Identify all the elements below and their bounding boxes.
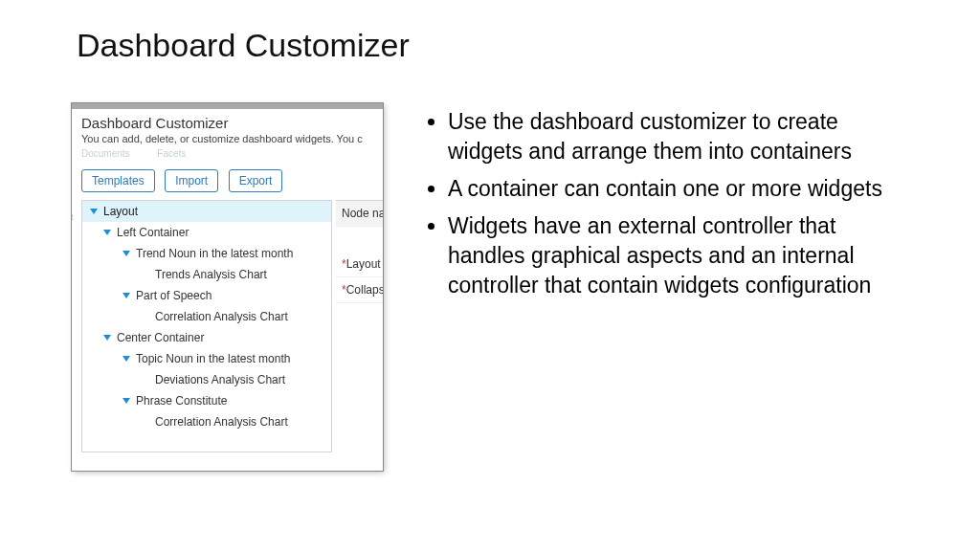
tree-label: Trends Analysis Chart	[155, 268, 267, 281]
tree-label: Center Container	[117, 331, 204, 344]
ghost-tab-documents: Documents	[81, 148, 130, 159]
slide: Dashboard Customizer Use the dashboard c…	[0, 0, 980, 551]
property-row-collapse[interactable]: *Collaps	[336, 277, 383, 303]
tree-node-chart[interactable]: Correlation Analysis Chart	[82, 411, 331, 432]
bullet-item: Use the dashboard customizer to create w…	[448, 107, 919, 166]
caret-down-icon	[103, 230, 111, 235]
import-button[interactable]: Import	[165, 169, 218, 192]
caret-down-icon	[90, 209, 98, 214]
property-row-node-name[interactable]: Node na	[336, 201, 383, 227]
tree-label: Correlation Analysis Chart	[155, 415, 288, 429]
tree-label: Deviations Analysis Chart	[155, 373, 285, 386]
tree-root-layout[interactable]: Layout	[82, 201, 331, 222]
tree-label: Phrase Constitute	[136, 394, 227, 408]
tree-label: Topic Noun in the latest month	[136, 352, 290, 365]
tree-label: Left Container	[117, 226, 189, 239]
templates-button[interactable]: Templates	[81, 169, 155, 192]
tree-label: Layout	[103, 205, 138, 218]
tree-node-widget[interactable]: Part of Speech	[82, 285, 331, 306]
panel-subtitle: You can add, delete, or customize dashbo…	[81, 133, 373, 144]
slide-title: Dashboard Customizer	[77, 27, 410, 64]
dashboard-customizer-screenshot: nt Dashboard Customizer You can add, del…	[72, 103, 383, 471]
tree-label: Part of Speech	[136, 289, 212, 302]
tree-label: Trend Noun in the latest month	[136, 247, 293, 260]
caret-down-icon	[122, 398, 130, 404]
layout-tree[interactable]: Layout Left Container Trend Noun in the …	[81, 200, 332, 452]
tree-node-widget[interactable]: Trend Noun in the latest month	[82, 243, 331, 264]
property-label: Node na	[342, 207, 383, 220]
tree-node-chart[interactable]: Deviations Analysis Chart	[82, 369, 331, 390]
panel-body: Layout Left Container Trend Noun in the …	[72, 200, 383, 471]
panel-header: Dashboard Customizer You can add, delete…	[72, 109, 383, 164]
tree-node-chart[interactable]: Correlation Analysis Chart	[82, 306, 331, 327]
background-tabs: Documents Facets	[81, 148, 373, 162]
caret-down-icon	[103, 335, 111, 341]
toolbar: Templates Import Export	[72, 164, 383, 200]
caret-down-icon	[122, 251, 130, 256]
caret-down-icon	[122, 293, 130, 298]
bullet-item: A container can contain one or more widg…	[448, 174, 919, 204]
tree-node-widget[interactable]: Topic Noun in the latest month	[82, 348, 331, 369]
panel-title: Dashboard Customizer	[81, 115, 373, 131]
property-row-layout[interactable]: *Layout	[336, 252, 383, 277]
ghost-tab-facets: Facets	[157, 148, 186, 159]
tree-node-widget[interactable]: Phrase Constitute	[82, 390, 331, 411]
tree-node-center-container[interactable]: Center Container	[82, 327, 331, 348]
property-label: Collaps	[346, 283, 383, 297]
export-button[interactable]: Export	[229, 169, 283, 192]
bullet-item: Widgets have an external controller that…	[448, 211, 919, 300]
properties-panel: Node na *Layout *Collaps	[336, 200, 383, 303]
tree-node-chart[interactable]: Trends Analysis Chart	[82, 264, 331, 285]
slide-bullets: Use the dashboard customizer to create w…	[421, 107, 919, 308]
tree-node-left-container[interactable]: Left Container	[82, 222, 331, 243]
tree-label: Correlation Analysis Chart	[155, 310, 288, 323]
caret-down-icon	[122, 356, 130, 362]
property-label: Layout	[346, 257, 381, 271]
